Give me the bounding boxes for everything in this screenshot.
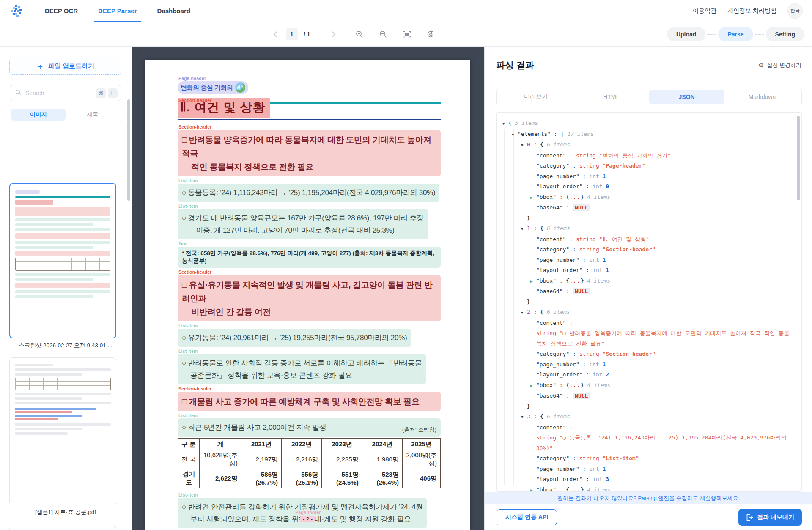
tree-toggle-icon[interactable]: ▼	[512, 129, 518, 140]
tree-line: "base64" : NULL	[502, 203, 790, 213]
prev-page-icon[interactable]	[271, 30, 280, 39]
annotation-label: Section-header	[178, 269, 441, 275]
sidebar-tab-이미지[interactable]: 이미지	[11, 109, 66, 121]
tree-scrollbar[interactable]	[797, 116, 800, 200]
tree-line: }	[502, 213, 790, 224]
table-cell: 551명(24.6%)	[322, 469, 362, 488]
annotation-label: Section-header	[178, 386, 441, 391]
file-upload-button[interactable]: ＋ 파일 업로드하기	[9, 58, 121, 75]
search-input[interactable]	[25, 90, 92, 96]
tree-line: "layout_order" : int 0	[502, 181, 790, 192]
highlight-box: ○ 최근 5년간 개물림 사고 2,000여건 지속 발생(출처: 소방청)	[178, 418, 441, 437]
step-upload[interactable]: Upload	[667, 27, 705, 41]
table-cell: 10,628명(추정)	[200, 450, 241, 469]
tree-toggle-icon[interactable]: ▶	[530, 381, 536, 391]
json-tree: ▼{ 5 items▼"elements" : [ 17 items▼0 : {…	[502, 118, 790, 492]
tree-line: "category" : string "Section-header"	[502, 244, 790, 255]
rotate-icon[interactable]	[425, 29, 436, 39]
gyeonggi-badge-icon: 경기	[235, 82, 245, 93]
shortcut-key: F	[108, 88, 118, 98]
next-page-icon[interactable]	[329, 30, 338, 39]
tree-line: "base64" : NULL	[502, 391, 790, 401]
zoom-in-icon[interactable]	[354, 29, 365, 39]
format-tab-markdown[interactable]: Markdown	[724, 90, 800, 104]
rerun-hint: 원하는 결과가 나오지 않았나요? Parsing 엔진을 수정하고 재실행해보…	[485, 492, 812, 504]
fit-screen-icon[interactable]	[402, 29, 412, 39]
format-tab-json[interactable]: JSON	[649, 90, 724, 104]
sidebar-tab-제목[interactable]: 제목	[66, 109, 120, 121]
table-header-cell: 2022년	[281, 439, 321, 450]
text-block: * 전국: 658만 가구(양육률 28.6%), 776만 마리(개 499,…	[178, 247, 441, 268]
document-viewer[interactable]: Page-header변화의 중심 기회의경기Section-headerⅡ. …	[132, 47, 484, 530]
list-line: – 이중, 개 127만 마리, 고양이 70만 마리로 추정(전국 대비 25…	[182, 224, 424, 236]
annotation-label: List-item	[178, 413, 441, 418]
list-line: ○ 유기동물: ’24) 20,961마리 → ’25) 19,255마리(전국…	[182, 332, 407, 344]
tree-toggle-icon[interactable]: ▼	[502, 118, 508, 129]
upload-label: 파일 업로드하기	[48, 62, 94, 70]
tree-toggle-icon[interactable]: ▶	[530, 192, 536, 203]
sidebar-scrollbar[interactable]	[127, 99, 130, 201]
highlight-box: □ 반려동물 양육증가에 따라 동물복지에 대한 도민의 기대치도 높아져 적극…	[178, 130, 441, 176]
tree-line: "category" : string "Section-header"	[502, 349, 790, 360]
file-thumbnail[interactable]	[9, 357, 116, 505]
tree-line: ▼{ 5 items	[502, 118, 790, 129]
spacer	[178, 120, 441, 124]
export-label: 결과 내보내기	[757, 514, 794, 521]
highlight-box: □ 유실·유기동물 지속적인 발생 및 개물림 사고, 길고양이 돌봄 관련 반…	[178, 275, 441, 321]
tree-line: ▶"bbox" : {...} 4 items	[502, 192, 790, 203]
tree-line: "content" :	[502, 318, 790, 329]
export-icon	[746, 514, 753, 521]
file-thumbnail[interactable]	[9, 526, 116, 530]
table-cell: 406명	[402, 469, 440, 488]
tree-line: ▶"bbox" : {...} 4 items	[502, 485, 790, 492]
settings-label: 설정 변경하기	[767, 61, 801, 69]
list-item-block: ○ 동물등록: ’24) 1,116,243마리 → ’25) 1,195,20…	[178, 184, 441, 202]
current-page-box[interactable]: 1	[286, 28, 298, 40]
file-name-caption: [샘플1] 차트·표 공문.pdf	[4, 508, 127, 516]
language-button[interactable]: 한국	[787, 3, 803, 19]
zoom-tools	[354, 22, 436, 47]
tree-toggle-icon[interactable]: ▼	[521, 224, 527, 234]
tree-toggle-icon[interactable]: ▼	[521, 140, 527, 151]
step-setting[interactable]: Setting	[766, 27, 804, 41]
app-root: DEEP OCRDEEP ParserDashboard 이용약관개인정보 처리…	[0, 0, 812, 530]
section-line: □ 개물림 사고 증가에 따른 예방체계 구축 및 사회안전망 확보 필요	[182, 395, 436, 408]
table-cell: 1,980명	[362, 450, 402, 469]
highlight-box: ○ 동물등록: ’24) 1,116,243마리 → ’25) 1,195,20…	[178, 184, 439, 202]
table-cell: 경기도	[178, 469, 200, 488]
nav-link[interactable]: 이용약관	[693, 7, 716, 15]
annotation-label: Page-header	[178, 76, 441, 81]
list-line: ○ 동물등록: ’24) 1,116,243마리 → ’25) 1,195,20…	[182, 187, 435, 199]
tree-toggle-icon[interactable]: ▶	[530, 276, 536, 287]
file-thumbnail[interactable]	[9, 183, 116, 338]
system-api-button[interactable]: 시스템 연동 API	[497, 509, 557, 525]
annotation-label: Text	[178, 241, 441, 246]
tree-line: "page_number" : int 1	[502, 464, 790, 475]
step-parse[interactable]: Parse	[718, 27, 753, 41]
annotation-label: List-item	[178, 323, 441, 328]
table-cell: 556명(25.1%)	[281, 469, 321, 488]
tree-toggle-icon[interactable]: ▼	[521, 308, 527, 318]
highlight-box: ○ 반려동물로 인한 사회적 갈등 증가로 서로를 이해하고 배려하는 「반려동…	[178, 354, 426, 384]
export-result-button[interactable]: 결과 내보내기	[738, 509, 802, 526]
highlight-box: ○ 경기도 내 반려동물 양육규모는 167만 가구(양육률 28.6%), 1…	[178, 209, 428, 239]
document-page: Page-header변화의 중심 기회의경기Section-headerⅡ. …	[145, 60, 470, 530]
list-item-block: ○ 경기도 내 반려동물 양육규모는 167만 가구(양육률 28.6%), 1…	[178, 209, 441, 239]
zoom-out-icon[interactable]	[378, 29, 388, 39]
list-item-block: ○ 유기동물: ’24) 20,961마리 → ’25) 19,255마리(전국…	[178, 329, 441, 347]
tree-toggle-icon[interactable]: ▶	[530, 485, 536, 492]
format-tab-html[interactable]: HTML	[573, 90, 649, 104]
search-box: ⌘F	[10, 85, 121, 101]
annotation-label: Page-footer	[146, 510, 470, 515]
list-line: 공존문화」 정착을 위한 교육·홍보 콘텐츠 강화 필요	[182, 369, 422, 382]
nav-tabs: DEEP OCRDEEP ParserDashboard	[44, 0, 210, 22]
nav-tab-dashboard[interactable]: Dashboard	[156, 0, 191, 22]
tree-toggle-icon[interactable]: ▼	[521, 412, 527, 423]
format-tab-미리보기[interactable]: 미리보기	[498, 90, 573, 104]
change-settings-button[interactable]: ⚙ 설정 변경하기	[758, 61, 801, 69]
nav-tab-deep-parser[interactable]: DEEP Parser	[97, 0, 137, 22]
nav-link[interactable]: 개인정보 처리방침	[727, 7, 776, 15]
nav-tab-deep-ocr[interactable]: DEEP OCR	[44, 0, 79, 22]
app-logo-icon[interactable]	[10, 5, 23, 17]
list-line: ○ 반려동물로 인한 사회적 갈등 증가로 서로를 이해하고 배려하는 「반려동…	[182, 357, 422, 369]
